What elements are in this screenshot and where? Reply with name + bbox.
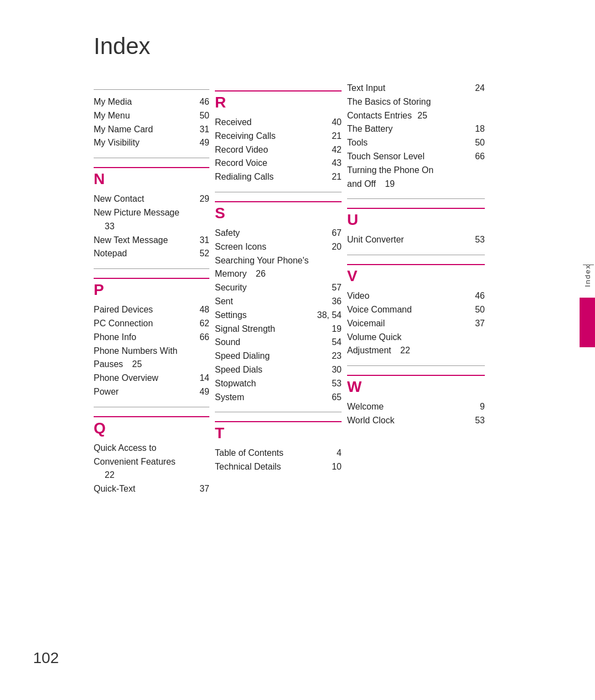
section-header-v: V xyxy=(347,264,485,285)
list-item: World Clock 53 xyxy=(347,414,485,428)
divider xyxy=(94,89,209,90)
divider xyxy=(94,158,209,158)
list-item: Table of Contents 4 xyxy=(215,446,342,460)
list-item: Notepad 52 xyxy=(94,247,209,261)
divider xyxy=(347,198,485,199)
list-item: The Basics of StoringContacts Entries 25 xyxy=(347,95,485,123)
list-item: New Picture Message 33 xyxy=(94,206,209,234)
list-item: PC Connection 62 xyxy=(94,317,209,331)
list-item: Stopwatch 53 xyxy=(215,377,342,391)
list-item: Technical Details 10 xyxy=(215,460,342,474)
list-item: Quick Access toConvenient Features 22 xyxy=(94,441,209,482)
sidebar-area: Index xyxy=(575,0,595,700)
list-item: Power 49 xyxy=(94,385,209,399)
section-header-q: Q xyxy=(94,416,209,437)
list-item: Turning the Phone Onand Off 19 xyxy=(347,164,485,191)
list-item: Record Video 42 xyxy=(215,143,342,157)
list-item: Touch Sensor Level 66 xyxy=(347,150,485,164)
list-item: Receiving Calls 21 xyxy=(215,130,342,143)
list-item: My Media 46 xyxy=(94,95,209,109)
list-item: System 65 xyxy=(215,391,342,405)
list-item: Video 46 xyxy=(347,289,485,303)
list-item: Signal Strength 19 xyxy=(215,322,342,336)
list-item: My Menu 50 xyxy=(94,109,209,123)
section-header-r: R xyxy=(215,90,342,111)
list-item: Paired Devices 48 xyxy=(94,303,209,317)
divider xyxy=(94,407,209,407)
list-item: Security 57 xyxy=(215,281,342,295)
list-item: Tools 50 xyxy=(347,136,485,150)
list-item: Sound 54 xyxy=(215,336,342,349)
divider xyxy=(94,268,209,269)
divider xyxy=(347,365,485,366)
list-item: New Contact 29 xyxy=(94,192,209,206)
list-item: New Text Message 31 xyxy=(94,234,209,247)
sidebar-label-text: Index xyxy=(583,264,592,287)
section-header-t: T xyxy=(215,421,342,442)
list-item: The Battery 18 xyxy=(347,122,485,136)
column-2: R Received 40 Receiving Calls 21 Record … xyxy=(215,82,347,496)
divider xyxy=(215,412,342,412)
section-header-p: P xyxy=(94,278,209,299)
section-header-n: N xyxy=(94,167,209,188)
list-item: Text Input 24 xyxy=(347,82,485,95)
list-item: Speed Dials 30 xyxy=(215,363,342,377)
list-item: Welcome 9 xyxy=(347,400,485,414)
list-item: My Visibility 49 xyxy=(94,136,209,150)
sidebar-divider xyxy=(583,265,594,265)
divider xyxy=(215,192,342,192)
content-area: My Media 46 My Menu 50 My Name Card 31 M… xyxy=(94,82,562,496)
list-item: Searching Your Phone'sMemory 26 xyxy=(215,254,342,282)
section-header-u: U xyxy=(347,208,485,229)
column-1: My Media 46 My Menu 50 My Name Card 31 M… xyxy=(94,82,215,496)
list-item: Voice Command 50 xyxy=(347,303,485,317)
list-item: Quick-Text 37 xyxy=(94,482,209,496)
list-item: Screen Icons 20 xyxy=(215,240,342,254)
list-item: Phone Overview 14 xyxy=(94,371,209,385)
list-item: Sent 36 xyxy=(215,295,342,309)
list-item: My Name Card 31 xyxy=(94,123,209,137)
column-3: Text Input 24 The Basics of StoringConta… xyxy=(347,82,490,496)
sidebar-label-wrap: Index xyxy=(580,165,595,386)
list-item: Phone Info 66 xyxy=(94,331,209,344)
page: Index My Media 46 My Menu 50 My Name Car… xyxy=(0,0,595,700)
section-header-w: W xyxy=(347,375,485,396)
list-item: Unit Converter 53 xyxy=(347,233,485,247)
list-item: Phone Numbers WithPauses 25 xyxy=(94,344,209,372)
list-item: Settings 38, 54 xyxy=(215,309,342,322)
list-item: Voicemail 37 xyxy=(347,317,485,331)
list-item: Received 40 xyxy=(215,116,342,130)
page-title: Index xyxy=(94,33,562,60)
list-item: Redialing Calls 21 xyxy=(215,170,342,184)
page-number: 102 xyxy=(33,649,59,667)
list-item: Volume QuickAdjustment 22 xyxy=(347,331,485,358)
list-item: Safety 67 xyxy=(215,227,342,240)
divider xyxy=(347,255,485,255)
section-header-s: S xyxy=(215,201,342,222)
list-item: Speed Dialing 23 xyxy=(215,349,342,363)
list-item: Record Voice 43 xyxy=(215,157,342,170)
